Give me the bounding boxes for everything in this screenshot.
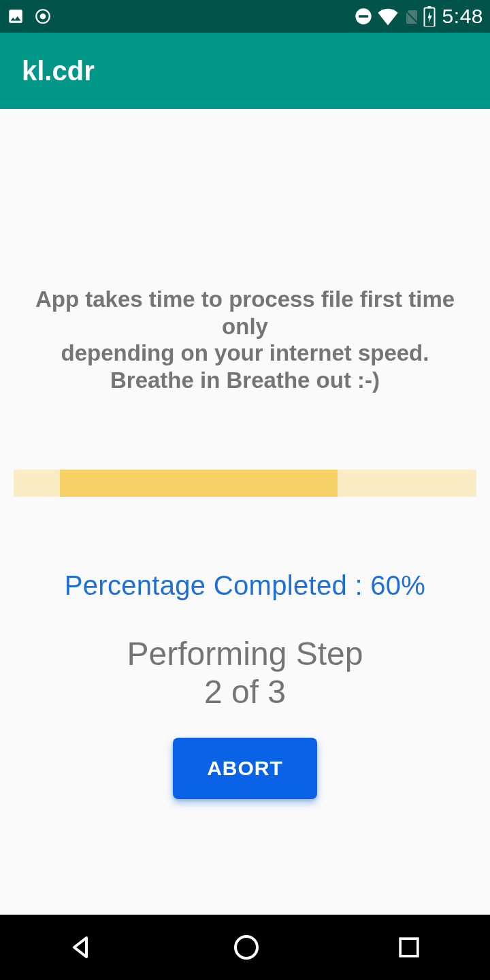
content-area: App takes time to process file first tim…	[0, 109, 490, 915]
app-bar: kl.cdr	[0, 33, 490, 109]
circle-dot-icon	[34, 7, 52, 25]
svg-point-6	[235, 936, 257, 958]
wifi-icon	[377, 7, 399, 26]
status-bar: 5:48	[0, 0, 490, 33]
svg-rect-5	[427, 6, 431, 8]
info-line-3: Breathe in Breathe out :-)	[14, 367, 476, 394]
svg-rect-7	[400, 938, 418, 956]
abort-button[interactable]: ABORT	[173, 738, 317, 799]
step-line-2: 2 of 3	[14, 673, 476, 710]
screen: 5:48 kl.cdr App takes time to process fi…	[0, 0, 490, 980]
status-time: 5:48	[442, 5, 483, 28]
nav-back-icon[interactable]	[66, 931, 99, 964]
battery-charging-icon	[423, 6, 436, 27]
nav-home-icon[interactable]	[230, 931, 263, 964]
info-text: App takes time to process file first tim…	[14, 286, 476, 393]
nav-recent-icon[interactable]	[394, 932, 424, 962]
dnd-icon	[354, 7, 373, 26]
abort-wrap: ABORT	[14, 738, 476, 799]
progress-bar-fill	[60, 470, 338, 497]
no-sim-icon	[403, 7, 419, 26]
nav-bar	[0, 915, 490, 980]
progress-bar	[14, 470, 476, 497]
info-line-1: App takes time to process file first tim…	[14, 286, 476, 340]
svg-rect-3	[359, 15, 368, 18]
step-line-1: Performing Step	[14, 635, 476, 672]
info-line-2: depending on your internet speed.	[14, 340, 476, 367]
step-label: Performing Step 2 of 3	[14, 635, 476, 710]
status-left	[7, 7, 52, 25]
svg-point-1	[41, 14, 46, 19]
app-title: kl.cdr	[22, 56, 95, 86]
image-icon	[7, 7, 24, 25]
percent-completed-label: Percentage Completed : 60%	[14, 570, 476, 601]
status-right: 5:48	[354, 5, 483, 28]
